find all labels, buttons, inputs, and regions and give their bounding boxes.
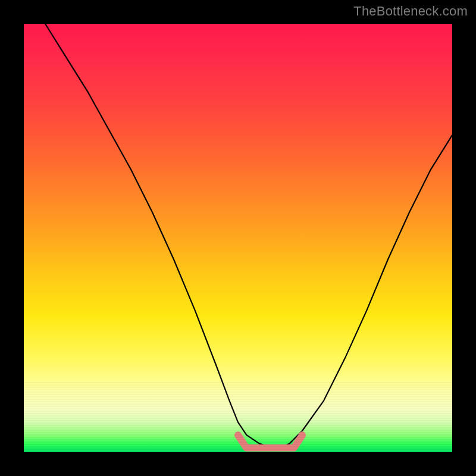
bottleneck-curve xyxy=(45,24,452,448)
chart-frame: TheBottleneck.com xyxy=(0,0,476,476)
watermark-text: TheBottleneck.com xyxy=(353,4,468,19)
optimal-range-marker xyxy=(238,435,302,448)
plot-area xyxy=(24,24,452,452)
curve-svg xyxy=(24,24,452,452)
